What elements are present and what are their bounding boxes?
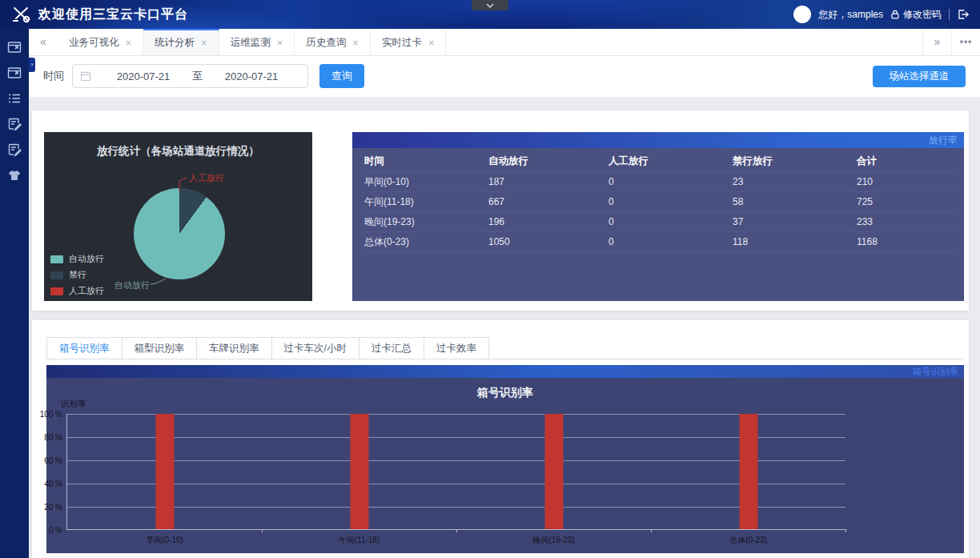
- y-tick: 60 %: [44, 456, 62, 465]
- tab-history-query[interactable]: 历史查询 ×: [295, 29, 371, 55]
- legend-label: 自动放行: [69, 253, 104, 265]
- y-tick: 20 %: [44, 503, 62, 512]
- tab-statistical-analysis[interactable]: 统计分析 ×: [143, 29, 219, 55]
- legend-label: 禁行: [69, 269, 86, 281]
- tab-close-icon[interactable]: ×: [428, 38, 435, 48]
- cell: 晚间(19-23): [364, 215, 488, 229]
- document-edit-icon[interactable]: [7, 143, 22, 157]
- y-tick: 40 %: [44, 480, 62, 488]
- legend-swatch: [50, 271, 63, 279]
- tabs-scroll-left-icon[interactable]: «: [29, 29, 58, 55]
- plot-area: 100 % 80 % 60 % 40 % 20 % 0 % 早间(0-10): [66, 414, 845, 530]
- tab-close-icon[interactable]: ×: [352, 38, 359, 48]
- logout-icon[interactable]: [957, 9, 969, 20]
- user-greeting: 您好，samples: [818, 8, 883, 22]
- x-tick-label: 早间(0-10): [67, 535, 262, 546]
- x-tick-label: 晚间(19-23): [456, 535, 651, 546]
- release-pie-chart[interactable]: [134, 188, 225, 279]
- tab-realtime-pass[interactable]: 实时过卡 ×: [371, 29, 447, 55]
- metric-subtabs: 箱号识别率 箱型识别率 车牌识别率 过卡车次/小时 过卡汇总 过卡效率: [46, 337, 964, 359]
- tab-close-icon[interactable]: ×: [277, 38, 283, 48]
- cell: 早间(0-10): [364, 175, 488, 189]
- subtab-plate-rate[interactable]: 车牌识别率: [196, 337, 272, 359]
- date-from-value: 2020-07-21: [94, 70, 192, 82]
- bar-panel-header: 箱号识别率: [46, 365, 964, 378]
- bar-chart-title: 箱号识别率: [46, 386, 964, 400]
- tabs-scroll-right-icon[interactable]: »: [922, 29, 951, 55]
- tab-close-icon[interactable]: ×: [126, 38, 132, 48]
- bar-evening: [544, 414, 563, 529]
- col-auto: 自动放行: [488, 155, 608, 168]
- tab-label: 实时过卡: [382, 36, 422, 50]
- tabs-more-icon[interactable]: •••: [951, 29, 980, 55]
- time-label: 时间: [43, 69, 64, 83]
- calendar-icon: [80, 70, 91, 82]
- table-row: 总体(0-23) 1050 0 118 1168: [364, 232, 956, 252]
- cell: 午间(11-18): [364, 195, 488, 209]
- pie-callout-manual: 人工放行: [189, 172, 224, 184]
- main-content: « 业务可视化 × 统计分析 × 运维监测 × 历史查询 × 实时过卡 ×: [29, 29, 980, 558]
- change-password-button[interactable]: 修改密码: [890, 8, 942, 22]
- legend-item-manual[interactable]: 人工放行: [50, 285, 104, 297]
- legend-swatch: [50, 287, 63, 295]
- shirt-icon[interactable]: [7, 168, 22, 183]
- station-channel-button[interactable]: 场站选择通道: [873, 66, 966, 87]
- query-button[interactable]: 查询: [319, 64, 364, 88]
- cell: 0: [608, 236, 733, 247]
- subtab-container-no-rate[interactable]: 箱号识别率: [46, 337, 122, 359]
- sidebar-expand-handle[interactable]: ›: [29, 58, 35, 72]
- page-tabbar: « 业务可视化 × 统计分析 × 运维监测 × 历史查询 × 实时过卡 ×: [29, 29, 980, 56]
- tab-label: 业务可视化: [69, 36, 119, 50]
- user-avatar[interactable]: [793, 6, 811, 23]
- col-forbidden: 禁行放行: [733, 155, 857, 168]
- chevron-down-icon: [486, 3, 494, 8]
- release-rate-link[interactable]: 放行率: [929, 134, 958, 147]
- col-total: 合计: [857, 155, 956, 168]
- legend-swatch: [50, 255, 63, 263]
- cell: 58: [733, 196, 857, 207]
- cell: 0: [608, 216, 733, 227]
- bar-total: [739, 414, 757, 529]
- list-icon[interactable]: [7, 91, 22, 106]
- document-edit-icon[interactable]: [7, 117, 22, 131]
- tab-ops-monitoring[interactable]: 运维监测 ×: [219, 29, 295, 55]
- bar-chart: 箱号识别率 识别率 100 % 80 % 60 % 40 % 20 % 0 %: [46, 378, 964, 553]
- filter-bar: 时间 2020-07-21 至 2020-07-21 查询 场站选择通道: [29, 56, 980, 97]
- category-band: 午间(11-18): [262, 414, 456, 529]
- legend-item-forbidden[interactable]: 禁行: [50, 269, 104, 281]
- release-stats-card: 放行统计（各场站通道放行情况） 人工放行 自动放行 自动放行 禁行: [32, 110, 969, 311]
- subtab-trucks-per-hour[interactable]: 过卡车次/小时: [271, 337, 359, 359]
- tab-close-icon[interactable]: ×: [201, 38, 207, 48]
- recognition-card: 箱号识别率 箱型识别率 车牌识别率 过卡车次/小时 过卡汇总 过卡效率 箱号识别…: [32, 320, 969, 558]
- bar-noon: [350, 414, 368, 529]
- pie-callout-auto: 自动放行: [114, 279, 150, 291]
- subtab-container-type-rate[interactable]: 箱型识别率: [122, 337, 198, 359]
- header-collapse-handle[interactable]: [472, 0, 508, 10]
- subtab-pass-efficiency[interactable]: 过卡效率: [424, 337, 489, 359]
- release-table: 时间 自动放行 人工放行 禁行放行 合计 早间(0-10) 187 0 23 2…: [352, 148, 964, 252]
- app-window-icon[interactable]: [7, 66, 22, 80]
- pie-legend: 自动放行 禁行 人工放行: [50, 249, 104, 297]
- cell: 0: [608, 176, 733, 187]
- container-no-rate-link[interactable]: 箱号识别率: [913, 366, 959, 378]
- cell: 23: [733, 176, 857, 187]
- release-table-panel: 放行率 时间 自动放行 人工放行 禁行放行 合计 早间(0-10) 187 0 …: [352, 132, 964, 301]
- cell: 210: [857, 176, 956, 187]
- tab-label: 历史查询: [306, 36, 346, 50]
- category-band: 早间(0-10): [67, 414, 262, 529]
- date-range-input[interactable]: 2020-07-21 至 2020-07-21: [72, 64, 308, 88]
- app-window-icon[interactable]: [7, 40, 22, 54]
- category-band: 晚间(19-23): [456, 414, 651, 529]
- legend-item-auto[interactable]: 自动放行: [50, 253, 104, 265]
- cell: 37: [733, 216, 857, 227]
- table-row: 早间(0-10) 187 0 23 210: [364, 172, 956, 192]
- date-to-value: 2020-07-21: [203, 70, 300, 82]
- subtab-pass-summary[interactable]: 过卡汇总: [359, 337, 424, 359]
- table-row: 午间(11-18) 667 0 58 725: [364, 192, 956, 212]
- tab-label: 运维监测: [231, 36, 271, 50]
- tab-business-visualization[interactable]: 业务可视化 ×: [58, 29, 143, 55]
- table-row: 晚间(19-23) 196 0 37 233: [364, 212, 956, 232]
- cell: 1050: [488, 236, 608, 247]
- y-tick: 0 %: [49, 526, 62, 535]
- app-header: 欢迎使用三宝云卡口平台 您好，samples 修改密码: [0, 0, 980, 29]
